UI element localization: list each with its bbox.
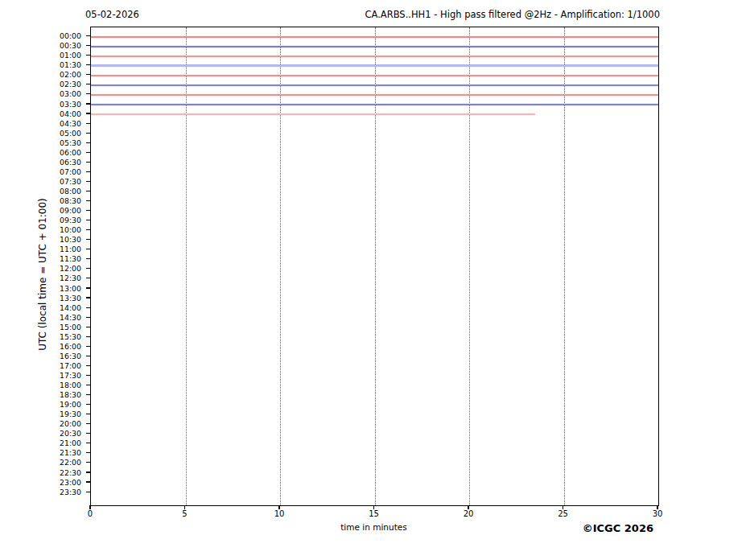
x-gridline <box>564 27 565 505</box>
y-tick-label: 20:00 <box>0 419 81 428</box>
y-tick-label: 05:30 <box>0 138 81 147</box>
y-tick-label: 12:30 <box>0 274 81 282</box>
y-tick-label: 18:00 <box>0 381 81 389</box>
y-tick <box>86 93 90 94</box>
y-tick <box>86 278 90 278</box>
x-tick-label: 25 <box>547 509 579 519</box>
y-tick <box>86 471 90 472</box>
y-tick-label: 02:30 <box>0 80 81 89</box>
y-tick <box>86 191 90 191</box>
y-tick-label: 12:00 <box>0 264 81 273</box>
x-tick-label: 10 <box>263 509 295 519</box>
y-tick <box>86 64 90 65</box>
y-tick <box>86 336 90 337</box>
y-tick-label: 05:00 <box>0 129 81 138</box>
y-tick-label: 21:30 <box>0 448 81 457</box>
y-tick-label: 18:30 <box>0 390 81 399</box>
y-tick <box>86 462 90 463</box>
y-tick-label: 16:30 <box>0 352 81 360</box>
y-tick-label: 04:30 <box>0 119 81 128</box>
y-tick <box>86 171 90 172</box>
x-gridline <box>280 27 281 505</box>
y-tick-label: 14:00 <box>0 303 81 312</box>
helicorder-figure: 05-02-2026 CA.ARBS..HH1 - High pass filt… <box>0 0 746 560</box>
y-tick-label: 17:30 <box>0 371 81 380</box>
y-tick <box>86 452 90 453</box>
y-tick <box>86 162 90 163</box>
y-tick <box>86 287 90 288</box>
y-tick-label: 06:00 <box>0 148 81 157</box>
y-tick <box>86 220 90 220</box>
y-tick <box>86 142 90 143</box>
y-tick-label: 04:00 <box>0 109 81 118</box>
y-tick <box>86 210 90 211</box>
y-tick <box>86 492 90 492</box>
y-tick <box>86 385 90 385</box>
y-tick <box>86 258 90 259</box>
y-tick <box>86 268 90 269</box>
x-tick-label: 20 <box>452 509 484 519</box>
seismic-trace <box>91 56 658 57</box>
y-tick-label: 15:30 <box>0 332 81 341</box>
y-tick <box>86 249 90 249</box>
y-tick <box>86 239 90 240</box>
y-tick <box>86 481 90 482</box>
y-tick <box>86 443 90 443</box>
y-tick <box>86 84 90 84</box>
y-tick-label: 09:00 <box>0 206 81 215</box>
y-tick <box>86 123 90 124</box>
y-tick <box>86 200 90 201</box>
y-tick <box>86 229 90 230</box>
y-tick-label: 13:30 <box>0 294 81 303</box>
seismic-trace <box>91 46 658 47</box>
y-tick <box>86 113 90 113</box>
y-tick <box>86 317 90 318</box>
y-tick-label: 22:30 <box>0 468 81 477</box>
y-tick-label: 20:30 <box>0 429 81 438</box>
y-tick <box>86 103 90 104</box>
plot-title: CA.ARBS..HH1 - High pass filtered @2Hz -… <box>90 9 660 20</box>
y-tick-label: 16:00 <box>0 342 81 351</box>
y-tick <box>86 414 90 414</box>
y-tick-label: 23:00 <box>0 478 81 487</box>
seismic-trace <box>91 94 658 96</box>
y-tick-label: 10:30 <box>0 235 81 244</box>
seismic-trace <box>91 75 658 76</box>
y-tick-label: 06:30 <box>0 158 81 167</box>
x-gridline <box>375 27 376 505</box>
y-tick-label: 09:30 <box>0 216 81 224</box>
plot-area <box>90 27 659 506</box>
y-tick-label: 17:00 <box>0 361 81 370</box>
y-tick <box>86 297 90 298</box>
x-gridline <box>186 27 187 505</box>
seismic-trace <box>91 36 658 38</box>
y-tick <box>86 327 90 327</box>
seismic-trace <box>91 64 658 67</box>
y-tick <box>86 74 90 75</box>
copyright-label: ©ICGC 2026 <box>412 522 653 534</box>
x-gridline <box>469 27 470 505</box>
y-tick <box>86 404 90 405</box>
y-tick <box>86 375 90 376</box>
y-tick <box>86 152 90 153</box>
y-tick <box>86 133 90 134</box>
y-tick <box>86 423 90 424</box>
y-tick <box>86 181 90 182</box>
x-tick-label: 30 <box>641 509 674 519</box>
y-tick-label: 01:30 <box>0 60 81 69</box>
x-tick-label: 15 <box>358 509 390 519</box>
y-tick-label: 15:00 <box>0 323 81 331</box>
y-tick-label: 02:00 <box>0 70 81 79</box>
y-tick <box>86 356 90 356</box>
y-tick-label: 11:00 <box>0 245 81 253</box>
y-tick-label: 00:30 <box>0 41 81 50</box>
y-tick <box>86 307 90 308</box>
y-tick-label: 23:30 <box>0 488 81 496</box>
y-tick-label: 21:00 <box>0 439 81 447</box>
seismic-trace <box>91 113 535 115</box>
y-tick-label: 01:00 <box>0 51 81 60</box>
y-tick <box>86 394 90 395</box>
y-tick <box>86 45 90 46</box>
y-tick-label: 03:00 <box>0 89 81 98</box>
y-tick-label: 19:00 <box>0 400 81 409</box>
